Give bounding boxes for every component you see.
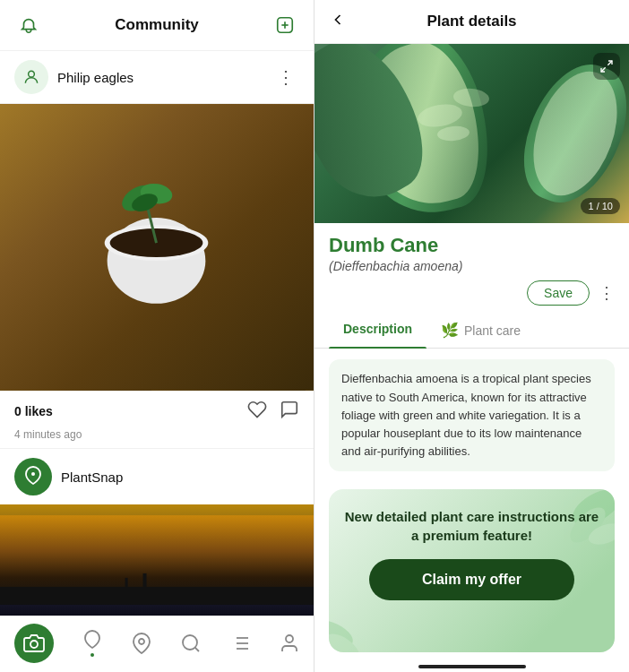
post-actions: 0 likes [0, 391, 314, 426]
nav-my-plants[interactable] [229, 633, 251, 654]
tab-plant-care-label: Plant care [464, 323, 521, 338]
photo-expand-button[interactable] [593, 53, 620, 80]
avatar [14, 60, 48, 94]
svg-point-17 [30, 641, 38, 648]
user-more-options-button[interactable]: ⋮ [273, 63, 299, 91]
camera-active-circle [14, 624, 54, 663]
plant-description: Dieffenbachia amoena is a tropical plant… [329, 359, 615, 471]
nav-location[interactable] [131, 633, 152, 654]
home-indicator-bar [418, 665, 526, 668]
svg-point-18 [139, 639, 144, 644]
plant-scientific-name: (Dieffenbachia amoena) [329, 259, 615, 273]
save-plant-button[interactable]: Save [527, 280, 590, 306]
plantsnap-avatar [14, 458, 52, 495]
comment-button[interactable] [280, 400, 299, 423]
svg-rect-15 [143, 573, 147, 587]
post-action-icons [247, 400, 299, 423]
plant-details-title: Plant details [356, 13, 588, 30]
leaf-pattern [314, 44, 629, 223]
premium-card-text: New detailed plant care instructions are… [343, 507, 600, 545]
plant-info-actions: Save ⋮ [329, 280, 615, 306]
plant-common-name: Dumb Cane [329, 234, 615, 257]
svg-point-27 [286, 635, 293, 642]
svg-point-19 [183, 635, 197, 650]
plant-more-options-button[interactable]: ⋮ [599, 283, 615, 303]
nav-profile[interactable] [279, 633, 300, 654]
second-post-image [0, 504, 314, 616]
photo-counter: 1 / 10 [581, 198, 620, 214]
home-indicator [314, 659, 629, 672]
premium-card: New detailed plant care instructions are… [329, 489, 615, 652]
svg-point-3 [29, 71, 35, 77]
add-post-button[interactable] [271, 11, 299, 39]
community-title: Community [115, 16, 199, 34]
plant-tabs: Description 🌿 Plant care [314, 313, 629, 349]
like-button[interactable] [247, 400, 267, 423]
community-header: Community [0, 0, 314, 51]
left-panel: Community Philip eagles ⋮ [0, 0, 314, 672]
post-photo-illustration [0, 104, 314, 391]
likes-count: 0 likes [14, 404, 53, 418]
svg-line-20 [194, 648, 198, 651]
bottom-nav [0, 616, 314, 672]
tab-description[interactable]: Description [329, 313, 427, 348]
plantsnap-name: PlantSnap [61, 470, 123, 485]
nav-plant-id[interactable] [82, 630, 103, 657]
sunset-illustration [0, 504, 314, 616]
user-row[interactable]: Philip eagles ⋮ [0, 51, 314, 104]
svg-rect-16 [125, 578, 128, 587]
post-image [0, 104, 314, 391]
sun-icon: 🌿 [441, 322, 459, 339]
plantsnap-row[interactable]: PlantSnap [0, 448, 314, 504]
svg-line-32 [601, 67, 606, 72]
svg-line-31 [607, 61, 612, 65]
post-time: 4 minutes ago [0, 426, 314, 448]
notifications-button[interactable] [14, 11, 43, 39]
plant-photo-background [314, 44, 629, 223]
right-panel: Plant details 1 / 10 Dumb Cane (Die [314, 0, 629, 672]
plant-info: Dumb Cane (Dieffenbachia amoena) Save ⋮ [314, 223, 629, 313]
premium-card-leaves-left [329, 599, 392, 652]
claim-offer-button[interactable]: Claim my offer [369, 559, 575, 600]
svg-point-12 [31, 472, 35, 476]
nav-camera[interactable] [14, 624, 54, 663]
svg-rect-14 [0, 587, 314, 605]
user-name: Philip eagles [57, 70, 273, 85]
back-button[interactable] [329, 11, 347, 32]
nav-search[interactable] [180, 633, 202, 654]
plant-photo: 1 / 10 [314, 44, 629, 223]
tab-plant-care[interactable]: 🌿 Plant care [427, 313, 535, 348]
plant-details-header: Plant details [314, 0, 629, 44]
